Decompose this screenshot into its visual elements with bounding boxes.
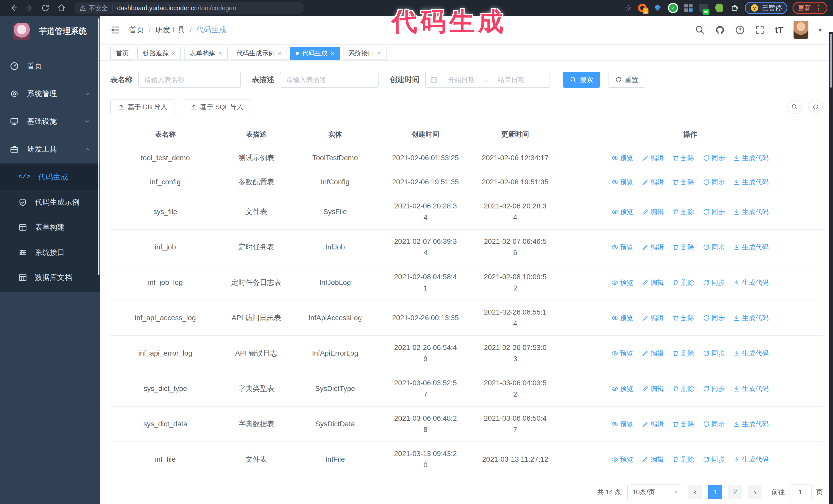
scrollbar-thumb[interactable] — [830, 34, 832, 88]
table-row[interactable]: tool_test_demo 测试示例表 ToolTestDemo 2021-0… — [110, 146, 823, 170]
preview-link[interactable]: 预览 — [612, 454, 633, 465]
sidebar-item-api[interactable]: 系统接口 — [0, 240, 100, 265]
tab-codegen[interactable]: 代码生成× — [290, 47, 340, 60]
paused-pill[interactable]: 已暂停 — [745, 2, 787, 14]
github-icon[interactable] — [715, 25, 725, 35]
generate-code-link[interactable]: 生成代码 — [734, 176, 769, 188]
edit-link[interactable]: 编辑 — [642, 152, 664, 164]
forward-icon[interactable] — [25, 4, 34, 12]
reset-button[interactable]: 重置 — [608, 72, 645, 88]
font-size-icon[interactable]: tT — [775, 25, 783, 35]
table-row[interactable]: inf_file 文件表 InfFile 2021-03-13 09:43:2 … — [110, 442, 823, 477]
sync-link[interactable]: 同步 — [703, 418, 725, 430]
page-button-2[interactable]: 2 — [728, 485, 742, 499]
table-row[interactable]: inf_api_error_log API 错误日志 InfApiErrorLo… — [110, 336, 823, 371]
table-row[interactable]: inf_job_log 定时任务日志表 InfJobLog 2021-02-08… — [110, 265, 823, 301]
next-page-button[interactable]: › — [748, 485, 762, 499]
generate-code-link[interactable]: 生成代码 — [734, 277, 769, 288]
generate-code-link[interactable]: 生成代码 — [734, 152, 769, 164]
db-import-button[interactable]: 基于 DB 导入 — [110, 99, 175, 114]
sync-link[interactable]: 同步 — [703, 312, 725, 323]
edit-link[interactable]: 编辑 — [642, 312, 664, 323]
url-bar[interactable]: 不安全 dashboard.yudao.iocoder.cn/tool/code… — [74, 2, 305, 14]
search-button[interactable]: 搜索 — [563, 72, 600, 88]
help-icon[interactable] — [735, 25, 745, 35]
page-button-1[interactable]: 1 — [708, 485, 722, 499]
date-range-picker[interactable]: - — [425, 72, 550, 88]
home-icon[interactable] — [57, 4, 66, 12]
preview-link[interactable]: 预览 — [612, 241, 633, 253]
tab-tracing[interactable]: 链路追踪× — [137, 47, 181, 60]
search-icon[interactable] — [695, 25, 705, 35]
sidebar-fold-icon[interactable] — [110, 25, 120, 35]
edit-link[interactable]: 编辑 — [642, 418, 664, 430]
delete-link[interactable]: 删除 — [672, 206, 694, 217]
edit-link[interactable]: 编辑 — [642, 383, 664, 394]
sql-import-button[interactable]: 基于 SQL 导入 — [183, 99, 252, 114]
tab-form-builder[interactable]: 表单构建× — [184, 47, 228, 60]
preview-link[interactable]: 预览 — [612, 418, 633, 430]
green-extension-icon[interactable] — [714, 3, 724, 13]
delete-link[interactable]: 删除 — [672, 152, 694, 164]
delete-link[interactable]: 删除 — [672, 312, 694, 323]
edit-link[interactable]: 编辑 — [642, 176, 664, 188]
preview-link[interactable]: 预览 — [612, 277, 633, 288]
adblock-extension-icon[interactable]: 1 — [637, 3, 647, 13]
table-row[interactable]: sys_file 文件表 SysFile 2021-02-06 20:28:3 … — [110, 194, 823, 230]
preview-link[interactable]: 预览 — [612, 206, 633, 217]
table-name-input[interactable] — [138, 72, 241, 88]
delete-link[interactable]: 删除 — [672, 454, 694, 465]
preview-link[interactable]: 预览 — [612, 312, 633, 323]
preview-link[interactable]: 预览 — [612, 347, 633, 359]
delete-link[interactable]: 删除 — [672, 277, 694, 288]
update-button[interactable]: 更新 ⋮ — [792, 2, 827, 14]
sidebar-item-codegen-demo[interactable]: 代码生成示例 — [0, 190, 100, 215]
delete-link[interactable]: 删除 — [672, 241, 694, 253]
close-icon[interactable]: × — [331, 50, 334, 57]
bookmark-star-icon[interactable]: ☆ — [625, 4, 632, 12]
sync-link[interactable]: 同步 — [703, 241, 725, 253]
sidebar-item-system[interactable]: 系统管理 — [0, 80, 100, 108]
preview-link[interactable]: 预览 — [612, 176, 633, 188]
table-row[interactable]: inf_job 定时任务表 InfJob 2021-02-07 06:39:3 … — [110, 230, 823, 265]
generate-code-link[interactable]: 生成代码 — [734, 418, 769, 430]
edit-link[interactable]: 编辑 — [642, 347, 664, 359]
sync-link[interactable]: 同步 — [703, 206, 725, 217]
tab-api[interactable]: 系统接口× — [343, 47, 386, 60]
table-desc-input[interactable] — [280, 72, 379, 88]
table-row[interactable]: inf_api_access_log API 访问日志表 InfApiAcces… — [110, 301, 823, 336]
app-logo[interactable]: 芋道管理系统 — [0, 16, 100, 47]
page-size-select[interactable]: 10条/页 ▾ — [627, 484, 682, 499]
grid-extension-icon[interactable] — [683, 3, 694, 13]
table-row[interactable]: sys_dict_data 字典数据表 SysDictData 2021-03-… — [110, 407, 823, 442]
generate-code-link[interactable]: 生成代码 — [734, 241, 769, 253]
table-row[interactable]: sys_dict_type 字典类型表 SysDictType 2021-03-… — [110, 371, 823, 407]
delete-link[interactable]: 删除 — [672, 383, 694, 394]
sync-link[interactable]: 同步 — [703, 347, 725, 359]
sync-link[interactable]: 同步 — [703, 277, 725, 288]
edit-link[interactable]: 编辑 — [642, 241, 664, 253]
check-extension-icon[interactable]: ✓ — [668, 3, 678, 13]
sidebar-item-codegen[interactable]: </> 代码生成 — [0, 165, 100, 190]
generate-code-link[interactable]: 生成代码 — [734, 454, 769, 465]
generate-code-link[interactable]: 生成代码 — [734, 312, 769, 323]
close-icon[interactable]: × — [218, 50, 222, 57]
generate-code-link[interactable]: 生成代码 — [734, 347, 769, 359]
delete-link[interactable]: 删除 — [672, 176, 694, 188]
breadcrumb-devtools[interactable]: 研发工具 — [155, 25, 185, 35]
table-row[interactable]: inf_config 参数配置表 InfConfig 2021-02-06 19… — [110, 170, 823, 194]
sidebar-scrollbar[interactable] — [98, 19, 99, 275]
more-menu-icon[interactable]: ⋮ — [815, 4, 822, 12]
sync-link[interactable]: 同步 — [703, 454, 725, 465]
delete-link[interactable]: 删除 — [672, 347, 694, 359]
prev-page-button[interactable]: ‹ — [688, 485, 702, 499]
back-icon[interactable] — [9, 4, 18, 12]
preview-link[interactable]: 预览 — [612, 152, 633, 164]
sync-link[interactable]: 同步 — [703, 152, 725, 164]
generate-code-link[interactable]: 生成代码 — [734, 206, 769, 217]
avatar-caret-icon[interactable]: ▾ — [819, 26, 822, 33]
sync-link[interactable]: 同步 — [703, 176, 725, 188]
tab-home[interactable]: 首页 — [110, 47, 134, 60]
sync-link[interactable]: 同步 — [703, 383, 725, 394]
switch-extension-icon[interactable]: on — [699, 3, 709, 13]
